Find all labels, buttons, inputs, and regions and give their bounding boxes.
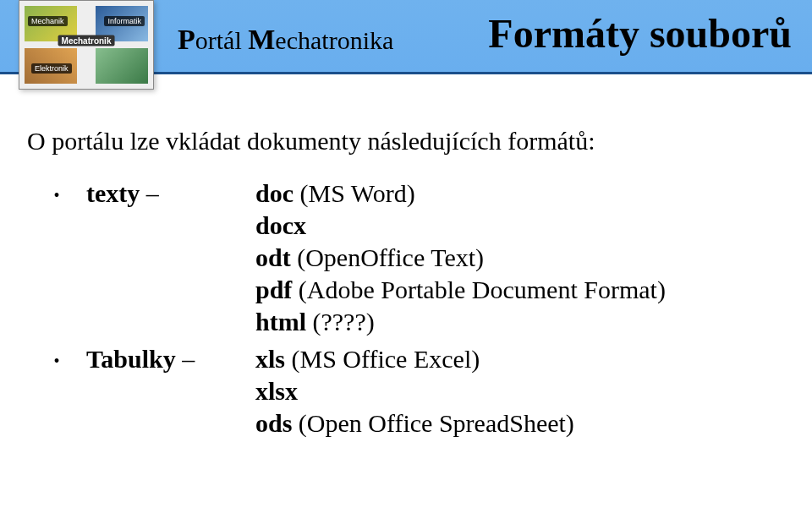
format-ods-name: ods [255, 409, 292, 437]
format-ods: ods (Open Office SpreadSheet) [255, 409, 574, 438]
group-label-texty: texty – [86, 179, 255, 208]
slide-header: Mechanik Informatik Elektronik Mechatron… [0, 0, 812, 74]
format-xlsx: xlsx [255, 377, 574, 406]
logo-label-mechatronik: Mechatronik [58, 35, 115, 46]
group-tabulky-label: Tabulky [86, 345, 176, 373]
format-odt-desc: (OpenOffice Text) [291, 243, 484, 271]
format-pdf: pdf (Adobe Portable Document Format) [255, 276, 666, 304]
format-doc: doc (MS Word) [255, 179, 666, 208]
format-doc-desc: (MS Word) [294, 179, 415, 207]
logo-label-informatik: Informatik [104, 16, 145, 26]
format-html-desc: (????) [306, 308, 375, 336]
format-xls-name: xls [255, 345, 285, 373]
group-texty-items: doc (MS Word) docx odt (OpenOffice Text)… [255, 179, 666, 340]
group-tabulky: • Tabulky – xls (MS Office Excel) xlsx o… [27, 345, 785, 441]
logo-image: Mechanik Informatik Elektronik Mechatron… [19, 0, 154, 90]
format-ods-desc: (Open Office SpreadSheet) [292, 409, 574, 437]
bullet-icon: • [27, 179, 86, 211]
group-label-tabulky: Tabulky – [86, 345, 255, 374]
group-texty-label: texty [86, 179, 140, 207]
group-tabulky-dash: – [176, 345, 195, 373]
format-odt-name: odt [255, 243, 291, 271]
group-tabulky-items: xls (MS Office Excel) xlsx ods (Open Off… [255, 345, 574, 441]
format-doc-name: doc [255, 179, 294, 207]
slide-title: Formáty souborů [488, 10, 792, 57]
brand-text: Portál Mechatronika [178, 24, 393, 56]
format-html-name: html [255, 308, 306, 336]
format-pdf-desc: (Adobe Portable Document Format) [292, 276, 666, 303]
logo-label-elektronik: Elektronik [31, 63, 72, 74]
format-pdf-name: pdf [255, 276, 292, 303]
logo-region-br [96, 48, 148, 84]
format-xlsx-name: xlsx [255, 377, 298, 405]
format-docx: docx [255, 211, 666, 240]
group-texty-dash: – [140, 179, 159, 207]
format-xls-desc: (MS Office Excel) [285, 345, 480, 373]
format-xls: xls (MS Office Excel) [255, 345, 574, 374]
logo-label-mechanik: Mechanik [28, 16, 68, 26]
brand-word1: ortál [195, 26, 248, 54]
format-odt: odt (OpenOffice Text) [255, 243, 666, 272]
bullet-icon: • [27, 345, 86, 377]
intro-text: O portálu lze vkládat dokumenty následuj… [27, 127, 785, 156]
brand-word2: echatronika [275, 26, 393, 54]
format-docx-name: docx [255, 211, 306, 239]
format-html: html (????) [255, 308, 666, 336]
group-texty: • texty – doc (MS Word) docx odt (OpenOf… [27, 179, 785, 340]
brand-m: M [248, 24, 275, 55]
slide-body: O portálu lze vkládat dokumenty následuj… [27, 127, 785, 441]
brand-p: P [178, 24, 195, 55]
